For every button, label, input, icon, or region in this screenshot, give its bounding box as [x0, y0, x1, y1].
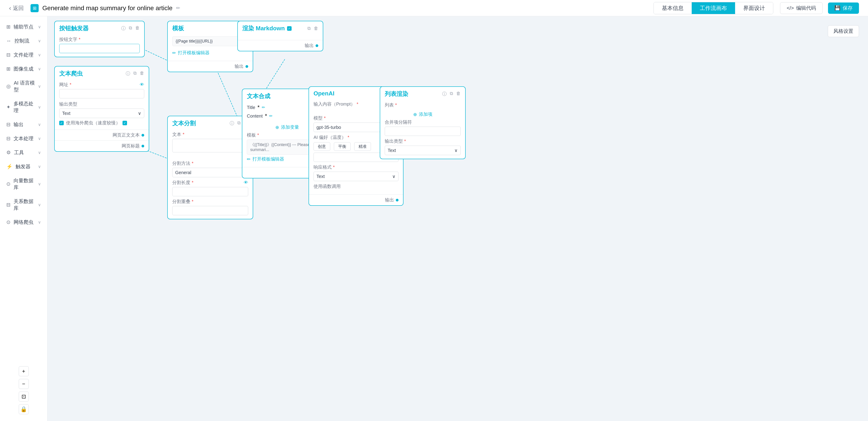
list-render-delete-icon[interactable]: 🗑 [456, 91, 461, 97]
crawler-output-type-select[interactable]: Text ∨ [59, 109, 144, 118]
list-render-merge-sep-label: 合并项分隔符 [385, 119, 461, 125]
sidebar-item-aux-nodes[interactable]: ⊞辅助节点 ∨ [0, 20, 47, 34]
text-split-length-eye-icon[interactable]: 👁 [244, 180, 248, 185]
template-open-editor-button[interactable]: ✏ 打开模板编辑器 [172, 49, 248, 57]
openai-pref-creative[interactable]: 创意 [313, 142, 330, 151]
page-title-area: ⊞ Generate mind map summary for online a… [31, 4, 647, 12]
sidebar: ⊞辅助节点 ∨ ↔控制流 ∨ ⊟文件处理 ∨ ⊞图像生成 ∨ ◎AI 语言模型 … [0, 16, 48, 421]
markdown-copy-icon[interactable]: ⧉ [307, 26, 311, 31]
openai-response-format-select[interactable]: Text ∨ [313, 172, 399, 181]
text-split-copy-icon[interactable]: ⧉ [237, 120, 241, 126]
tab-ui-design[interactable]: 界面设计 [735, 2, 773, 14]
openai-pref-balanced[interactable]: 平衡 [334, 142, 350, 151]
text-split-method-select[interactable]: General ∨ [172, 168, 248, 177]
header-tabs: 基本信息 工作流画布 界面设计 [653, 2, 773, 14]
sidebar-item-ai-llm[interactable]: ◎AI 语言模型 ∨ [0, 76, 47, 97]
tab-basic-info[interactable]: 基本信息 [654, 2, 692, 14]
crawler-url-label: 网址 * 👁 [59, 82, 144, 88]
crawler-copy-icon[interactable]: ⧉ [133, 70, 136, 77]
chevron-icon: ∨ [38, 105, 41, 110]
markdown-delete-icon[interactable]: 🗑 [314, 26, 318, 31]
sidebar-item-vector-db[interactable]: ⊙向量数据库 ∨ [0, 174, 47, 194]
openai-use-function-label: 使用函数调用 [313, 183, 399, 189]
aux-nodes-icon: ⊞ [6, 24, 10, 30]
web-crawler-icon: ⊙ [6, 219, 10, 225]
chevron-icon: ∨ [38, 53, 41, 57]
template-node-title: 模板 [172, 24, 184, 32]
text-split-length-input[interactable]: 2000 [172, 187, 248, 196]
crawler-info-icon[interactable]: ⓘ [126, 70, 130, 77]
edit-code-button[interactable]: </> 编辑代码 [780, 2, 823, 14]
list-render-copy-icon[interactable]: ⧉ [450, 91, 453, 97]
markdown-output-row: 输出 [238, 40, 323, 51]
text-split-overlap-input[interactable]: 30 [172, 206, 248, 215]
trigger-info-icon[interactable]: ⓘ [121, 25, 126, 31]
save-button[interactable]: 💾 保存 [828, 2, 859, 14]
page-title: Generate mind map summary for online art… [42, 4, 173, 12]
zoom-fit-button[interactable]: ⊡ [19, 392, 29, 401]
sidebar-item-web-crawler[interactable]: ⊙网络爬虫 ∨ [0, 215, 47, 229]
edit-title-icon[interactable]: ✏ [176, 5, 180, 11]
crawler-node-actions: ⓘ ⧉ 🗑 [126, 70, 144, 77]
crawler-overseas-row: ✓ 使用海外爬虫（速度较慢） ✓ [59, 120, 144, 126]
crawler-output2-dot [142, 145, 144, 147]
sidebar-item-multimodal[interactable]: ✦多模态处理 ∨ [0, 97, 47, 118]
save-icon: 💾 [834, 5, 840, 11]
list-render-add-item-button[interactable]: ⊕ 添加项 [385, 110, 461, 119]
select-chevron-icon: ∨ [138, 111, 141, 116]
sidebar-item-text-processing[interactable]: ⊟文本处理 ∨ [0, 131, 47, 146]
trigger-copy-icon[interactable]: ⧉ [129, 25, 132, 31]
trigger-node-actions: ⓘ ⧉ 🗑 [121, 25, 140, 31]
select-chevron-icon: ∨ [392, 174, 396, 179]
crawler-output1-row: 网页正文文本 [55, 129, 149, 141]
list-render-output-type-select[interactable]: Text ∨ [385, 146, 461, 155]
crawler-url-eye-icon[interactable]: 👁 [140, 82, 144, 87]
list-render-info-icon[interactable]: ⓘ [442, 91, 447, 97]
sidebar-item-file-processing[interactable]: ⊟文件处理 ∨ [0, 48, 47, 62]
template-output-dot [246, 65, 248, 68]
zoom-lock-button[interactable]: 🔒 [19, 404, 29, 414]
chevron-icon: ∨ [38, 182, 41, 186]
crawler-overseas-checkbox[interactable]: ✓ [59, 121, 64, 125]
openai-node-title: OpenAI [313, 90, 334, 97]
openai-pref-precise[interactable]: 精准 [354, 142, 371, 151]
crawler-output1-dot [142, 134, 144, 137]
sidebar-item-output[interactable]: ⊟输出 ∨ [0, 118, 47, 131]
sidebar-item-tools[interactable]: ⚙工具 ∨ [0, 146, 47, 160]
text-split-text-label: 文本 * [172, 131, 248, 138]
text-split-method-label: 分割方法 * [172, 160, 248, 167]
markdown-output-dot [315, 44, 318, 47]
select-chevron-icon: ∨ [454, 148, 458, 153]
style-settings-button[interactable]: 风格设置 [828, 25, 859, 37]
markdown-checkbox[interactable]: ✓ [287, 26, 291, 31]
chevron-icon: ∨ [38, 164, 41, 169]
chevron-icon: ∨ [38, 202, 41, 207]
text-split-text-input[interactable] [172, 139, 248, 152]
zoom-out-button[interactable]: − [19, 379, 29, 389]
image-gen-icon: ⊞ [6, 66, 10, 72]
text-merge-content-edit-icon[interactable]: ✏ [269, 114, 273, 118]
crawler-output-type-label: 输出类型 [59, 101, 144, 107]
tools-icon: ⚙ [6, 150, 11, 155]
list-render-merge-sep-input[interactable]: \n [385, 127, 461, 136]
text-split-info-icon[interactable]: ⓘ [230, 120, 234, 126]
zoom-in-button[interactable]: + [19, 366, 29, 376]
back-button[interactable]: ‹ 返回 [9, 4, 24, 12]
text-merge-title-edit-icon[interactable]: ✏ [262, 105, 265, 110]
trigger-delete-icon[interactable]: 🗑 [135, 25, 140, 31]
crawler-overseas-check2[interactable]: ✓ [123, 121, 127, 125]
crawler-node: 文本爬虫 ⓘ ⧉ 🗑 网址 * 👁 输出类型 Text ∨ ✓ [54, 66, 149, 152]
header: ‹ 返回 ⊞ Generate mind map summary for onl… [0, 0, 868, 16]
sidebar-item-image-gen[interactable]: ⊞图像生成 ∨ [0, 62, 47, 76]
text-processing-icon: ⊟ [6, 136, 10, 142]
markdown-node-actions: ⧉ 🗑 [307, 26, 318, 31]
sidebar-item-relational-db[interactable]: ⊟关系数据库 ∨ [0, 194, 47, 215]
trigger-button-text-input[interactable] [59, 44, 140, 53]
tab-workflow-canvas[interactable]: 工作流画布 [692, 2, 735, 14]
sidebar-item-trigger[interactable]: ⚡触发器 ∨ [0, 160, 47, 174]
sidebar-item-control-flow[interactable]: ↔控制流 ∨ [0, 34, 47, 48]
openai-output-dot [396, 199, 399, 202]
crawler-delete-icon[interactable]: 🗑 [140, 70, 144, 77]
code-icon: </> [786, 5, 794, 11]
crawler-url-input[interactable] [59, 89, 144, 98]
